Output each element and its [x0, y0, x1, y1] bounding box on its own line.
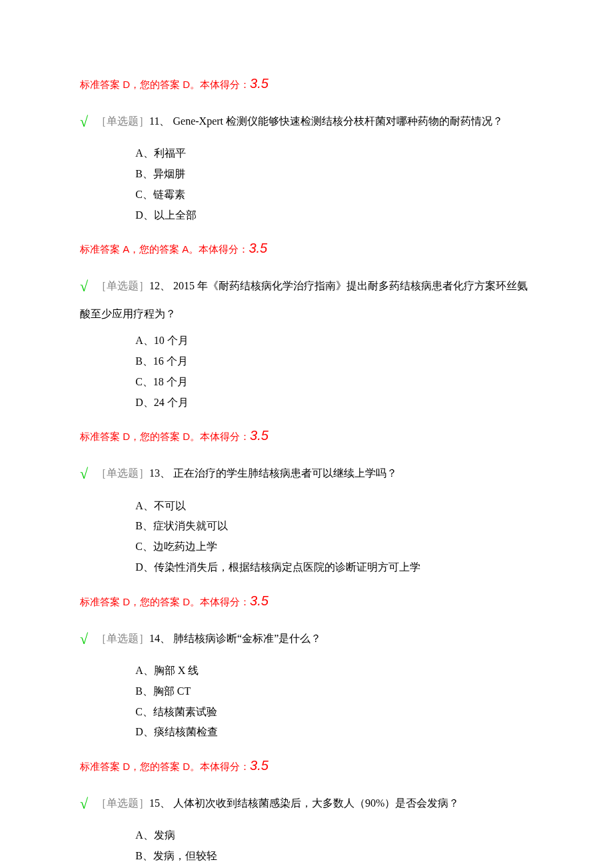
question-type: ［单选题］	[96, 280, 149, 291]
option-d: D、痰结核菌检查	[135, 723, 533, 742]
question-number: 12、	[149, 280, 171, 291]
question-number: 11、	[149, 115, 170, 127]
correct-answer: D	[123, 596, 130, 607]
option-d: D、以上全部	[135, 206, 533, 225]
question-type: ［单选题］	[96, 467, 149, 479]
option-c: C、链霉素	[135, 185, 533, 205]
answer-suffix: 。本体得分：	[190, 431, 250, 442]
answer-line-q10: 标准答案 D，您的答案 D。本体得分：3.5	[80, 73, 533, 93]
answer-suffix: 。本体得分：	[190, 596, 250, 607]
answer-prefix: 标准答案	[80, 761, 123, 772]
option-c: C、18 个月	[135, 373, 533, 392]
check-icon: √	[80, 795, 88, 812]
option-b: B、发病，但较轻	[135, 847, 533, 866]
answer-line-q12: 标准答案 D，您的答案 D。本体得分：3.5	[80, 425, 533, 445]
question-11-header: √ ［单选题］11、 Gene-Xpert 检测仪能够快速检测结核分枝杆菌对哪种…	[80, 107, 533, 137]
question-12-header: √ ［单选题］12、 2015 年《耐药结核病化学治疗指南》提出耐多药结核病患者…	[80, 271, 533, 325]
answer-prefix: 标准答案	[80, 243, 123, 255]
option-a: A、10 个月	[135, 331, 533, 351]
correct-answer: A	[123, 243, 129, 255]
option-c: C、边吃药边上学	[135, 537, 533, 557]
question-number: 13、	[149, 467, 171, 479]
check-icon: √	[80, 631, 88, 647]
score-value: 3.5	[250, 593, 269, 608]
question-number: 14、	[149, 632, 171, 643]
answer-prefix: 标准答案	[80, 79, 123, 90]
answer-prefix: 标准答案	[80, 596, 123, 607]
answer-suffix: 。本体得分：	[189, 243, 249, 255]
option-d: D、24 个月	[135, 393, 533, 413]
your-answer: D	[183, 431, 190, 442]
option-a: A、胸部 X 线	[135, 661, 533, 681]
answer-line-q14: 标准答案 D，您的答案 D。本体得分：3.5	[80, 755, 533, 775]
check-icon: √	[80, 465, 88, 482]
option-b: B、症状消失就可以	[135, 517, 533, 536]
answer-mid: ，您的答案	[130, 596, 183, 607]
option-b: B、异烟肼	[135, 165, 533, 184]
your-answer: D	[183, 761, 190, 772]
correct-answer: D	[123, 431, 130, 442]
score-value: 3.5	[250, 758, 269, 773]
question-11-options: A、利福平 B、异烟肼 C、链霉素 D、以上全部	[80, 144, 533, 225]
check-icon: √	[80, 278, 88, 295]
question-text: 人体初次收到结核菌感染后，大多数人（90%）是否会发病？	[171, 797, 459, 809]
question-text: Gene-Xpert 检测仪能够快速检测结核分枝杆菌对哪种药物的耐药情况？	[170, 115, 503, 127]
score-value: 3.5	[250, 428, 269, 443]
question-text: 正在治疗的学生肺结核病患者可以继续上学吗？	[171, 467, 397, 479]
question-type: ［单选题］	[96, 632, 149, 643]
answer-mid: ，您的答案	[130, 79, 183, 90]
answer-line-q13: 标准答案 D，您的答案 D。本体得分：3.5	[80, 591, 533, 611]
question-text: 肺结核病诊断“金标准”是什么？	[171, 632, 321, 643]
your-answer: D	[183, 596, 190, 607]
answer-suffix: 。本体得分：	[190, 761, 250, 772]
answer-suffix: 。本体得分：	[190, 79, 250, 90]
answer-mid: ，您的答案	[129, 243, 182, 255]
question-15-options: A、发病 B、发病，但较轻 C、死亡 D、没有任何症状，也不发病	[80, 826, 533, 868]
option-b: B、胸部 CT	[135, 682, 533, 701]
option-a: A、利福平	[135, 144, 533, 163]
answer-line-q11: 标准答案 A，您的答案 A。本体得分：3.5	[80, 238, 533, 258]
score-value: 3.5	[250, 76, 269, 91]
correct-answer: D	[123, 761, 130, 772]
answer-mid: ，您的答案	[130, 761, 183, 772]
option-c: C、结核菌素试验	[135, 703, 533, 722]
question-15-header: √ ［单选题］15、 人体初次收到结核菌感染后，大多数人（90%）是否会发病？	[80, 789, 533, 819]
question-13-options: A、不可以 B、症状消失就可以 C、边吃药边上学 D、传染性消失后，根据结核病定…	[80, 497, 533, 577]
score-value: 3.5	[249, 241, 267, 255]
question-14-header: √ ［单选题］14、 肺结核病诊断“金标准”是什么？	[80, 624, 533, 655]
question-13-header: √ ［单选题］13、 正在治疗的学生肺结核病患者可以继续上学吗？	[80, 459, 533, 489]
option-a: A、不可以	[135, 497, 533, 516]
check-icon: √	[80, 113, 88, 130]
answer-prefix: 标准答案	[80, 431, 123, 442]
option-b: B、16 个月	[135, 352, 533, 371]
answer-mid: ，您的答案	[130, 431, 183, 442]
your-answer: A	[182, 243, 189, 255]
correct-answer: D	[123, 79, 130, 90]
option-a: A、发病	[135, 826, 533, 845]
option-d: D、传染性消失后，根据结核病定点医院的诊断证明方可上学	[135, 558, 533, 577]
question-12-options: A、10 个月 B、16 个月 C、18 个月 D、24 个月	[80, 331, 533, 412]
question-type: ［单选题］	[96, 797, 149, 809]
question-number: 15、	[149, 797, 171, 809]
question-type: ［单选题］	[96, 115, 149, 127]
your-answer: D	[183, 79, 190, 90]
question-14-options: A、胸部 X 线 B、胸部 CT C、结核菌素试验 D、痰结核菌检查	[80, 661, 533, 742]
